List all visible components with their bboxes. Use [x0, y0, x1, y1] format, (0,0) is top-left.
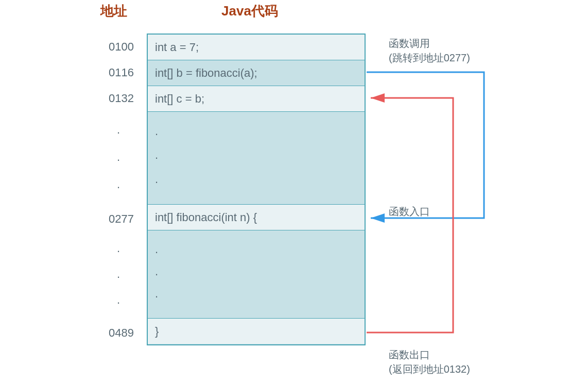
annotation-entry: 函数入口 [389, 204, 430, 219]
address-label: 0132 [103, 92, 134, 105]
code-row: int a = 7; [148, 35, 365, 60]
address-label: 0100 [103, 40, 134, 54]
code-row: } [148, 318, 365, 344]
header-java-code: Java代码 [221, 2, 278, 20]
address-label: 0489 [103, 326, 134, 340]
address-dots: ··· [103, 119, 134, 201]
annotation-exit: 函数出口 (返回到地址0132) [389, 347, 470, 376]
address-dots: ··· [103, 238, 134, 315]
arrow-call [367, 72, 484, 218]
code-memory-box: int a = 7; int[] b = fibonacci(a); int[]… [147, 34, 366, 345]
address-label: 0116 [103, 66, 134, 79]
annotation-call: 函数调用 (跳转到地址0277) [389, 36, 470, 65]
code-row: int[] c = b; [148, 86, 365, 112]
code-gap: ··· [148, 230, 365, 318]
address-label: 0277 [103, 212, 134, 226]
code-gap: ··· [148, 112, 365, 205]
code-row: int[] fibonacci(int n) { [148, 205, 365, 230]
header-address: 地址 [100, 2, 127, 20]
code-row: int[] b = fibonacci(a); [148, 60, 365, 86]
